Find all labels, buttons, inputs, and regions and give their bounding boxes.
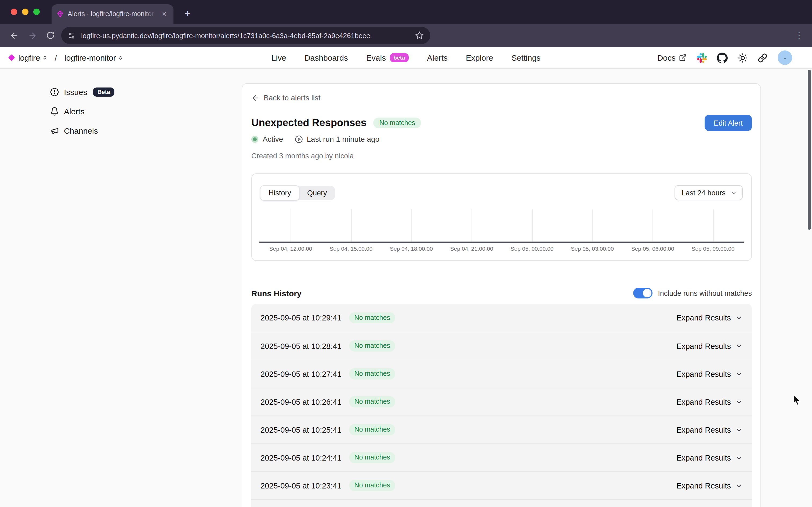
tab-history[interactable]: History xyxy=(260,185,300,201)
run-row: 2025-09-05 at 10:25:41 No matches Expand… xyxy=(251,415,752,443)
created-by-text: Created 3 months ago by nicola xyxy=(251,152,354,160)
sidebar-item-alerts[interactable]: Alerts xyxy=(50,105,114,118)
org-selector[interactable]: logfire xyxy=(18,53,47,62)
nav-item-label: Evals xyxy=(366,53,386,62)
expand-results-button[interactable]: Expand Results xyxy=(676,397,743,406)
run-timestamp: 2025-09-05 at 10:25:41 xyxy=(261,426,341,434)
edit-alert-button[interactable]: Edit Alert xyxy=(705,115,752,131)
nav-item-label: Live xyxy=(271,53,286,62)
close-window-button[interactable] xyxy=(11,9,17,15)
zoom-window-button[interactable] xyxy=(33,9,40,15)
time-range-select[interactable]: Last 24 hours xyxy=(674,185,743,200)
include-runs-toggle[interactable] xyxy=(633,288,652,298)
expand-results-button[interactable]: Expand Results xyxy=(676,314,743,322)
sidebar-item-issues[interactable]: Issues Beta xyxy=(50,86,114,98)
alert-status-row: Active Last run 1 minute ago xyxy=(251,135,379,143)
nav-item-evals[interactable]: Evalsbeta xyxy=(366,53,409,62)
expand-results-label: Expand Results xyxy=(676,370,731,378)
chart-x-tick-label: Sep 04, 15:00:00 xyxy=(329,245,372,252)
slack-icon[interactable] xyxy=(697,53,707,62)
run-status-badge: No matches xyxy=(349,396,395,407)
run-status-badge: No matches xyxy=(349,369,395,380)
nav-item-label: Alerts xyxy=(427,53,448,62)
run-status-badge: No matches xyxy=(349,313,395,324)
docs-link[interactable]: Docs xyxy=(657,53,687,62)
chart-gridline xyxy=(532,209,533,241)
last-run-label: Last run 1 minute ago xyxy=(307,135,379,143)
runs-history-title: Runs History xyxy=(251,288,302,298)
run-timestamp: 2025-09-05 at 10:28:41 xyxy=(261,342,341,350)
alert-title-row: Unexpected Responses No matches xyxy=(251,117,421,129)
tab-query[interactable]: Query xyxy=(299,186,335,200)
new-tab-button[interactable]: + xyxy=(180,7,195,21)
forward-arrow-icon xyxy=(28,31,37,40)
project-selector[interactable]: logfire-monitor xyxy=(64,53,123,62)
tab-strip: Alerts · logfire/logfire-monitor ✕ + xyxy=(0,0,812,23)
user-avatar[interactable]: - xyxy=(778,50,792,65)
sidebar-item-label: Issues xyxy=(64,87,87,96)
browser-chrome: Alerts · logfire/logfire-monitor ✕ + log… xyxy=(0,0,812,47)
chevrons-up-down-icon xyxy=(42,55,47,61)
run-status-badge: No matches xyxy=(349,341,395,352)
sidebar: Issues Beta Alerts Channels xyxy=(50,86,114,137)
chart-gridline xyxy=(653,209,653,241)
minimize-window-button[interactable] xyxy=(22,9,29,15)
chevron-down-icon xyxy=(735,426,743,434)
app-navbar: logfire / logfire-monitor LiveDashboards… xyxy=(0,47,812,69)
back-arrow-icon xyxy=(9,31,18,40)
expand-results-label: Expand Results xyxy=(676,397,731,406)
github-icon[interactable] xyxy=(717,52,728,63)
play-circle-icon xyxy=(295,135,303,143)
chart-gridline xyxy=(713,209,713,241)
chevron-down-icon xyxy=(735,314,743,322)
forward-button[interactable] xyxy=(25,28,40,43)
run-row: 2025-09-05 at 10:29:41 No matches Expand… xyxy=(251,304,752,332)
page-scrollbar[interactable] xyxy=(808,70,811,230)
expand-results-button[interactable]: Expand Results xyxy=(676,342,743,350)
nav-item-label: Explore xyxy=(466,53,493,62)
bookmark-star-icon[interactable] xyxy=(415,31,424,40)
nav-item-settings[interactable]: Settings xyxy=(511,53,541,62)
expand-results-button[interactable]: Expand Results xyxy=(676,481,743,490)
expand-results-label: Expand Results xyxy=(676,342,731,350)
expand-results-label: Expand Results xyxy=(676,426,731,434)
toggle-knob xyxy=(643,289,651,297)
run-row: 2025-09-05 at 10:26:41 No matches Expand… xyxy=(251,388,752,415)
expand-results-label: Expand Results xyxy=(676,453,731,462)
back-to-alerts-link[interactable]: Back to alerts list xyxy=(251,94,321,102)
navbar-actions: Docs - xyxy=(657,50,812,65)
reload-button[interactable] xyxy=(43,28,58,43)
chart-x-tick-label: Sep 05, 00:00:00 xyxy=(510,245,553,252)
share-link-icon[interactable] xyxy=(758,53,767,62)
back-button[interactable] xyxy=(6,28,21,43)
expand-results-button[interactable]: Expand Results xyxy=(676,370,743,378)
external-link-icon xyxy=(679,54,687,62)
breadcrumb: logfire / logfire-monitor xyxy=(0,53,123,62)
run-row: 2025-09-05 at 10:27:41 No matches Expand… xyxy=(251,360,752,388)
expand-results-button[interactable]: Expand Results xyxy=(676,453,743,462)
expand-results-button[interactable]: Expand Results xyxy=(676,426,743,434)
sidebar-item-channels[interactable]: Channels xyxy=(50,124,114,137)
nav-item-live[interactable]: Live xyxy=(271,53,286,62)
nav-item-alerts[interactable]: Alerts xyxy=(427,53,448,62)
tab-close-icon[interactable]: ✕ xyxy=(160,10,169,18)
run-status-badge: No matches xyxy=(349,424,395,435)
chart-gridline xyxy=(291,209,291,241)
browser-tab[interactable]: Alerts · logfire/logfire-monitor ✕ xyxy=(52,4,173,23)
browser-menu-icon[interactable]: ⋮ xyxy=(793,31,806,40)
site-settings-icon[interactable] xyxy=(68,32,76,40)
active-label: Active xyxy=(263,135,283,143)
run-timestamp: 2025-09-05 at 10:26:41 xyxy=(261,397,341,406)
badge-alert-icon xyxy=(50,87,59,96)
nav-item-explore[interactable]: Explore xyxy=(466,53,493,62)
megaphone-icon xyxy=(50,126,59,135)
nav-item-dashboards[interactable]: Dashboards xyxy=(305,53,348,62)
url-text[interactable]: logfire-us.pydantic.dev/logfire/logfire-… xyxy=(81,32,410,40)
chart-gridline xyxy=(592,209,593,241)
theme-sun-icon[interactable] xyxy=(738,53,748,62)
address-bar[interactable]: logfire-us.pydantic.dev/logfire/logfire-… xyxy=(61,27,430,44)
chart-gridline xyxy=(351,209,351,241)
org-name: logfire xyxy=(18,53,40,62)
run-row: 2025-09-05 at 10:24:41 No matches Expand… xyxy=(251,443,752,471)
page-title: Unexpected Responses xyxy=(251,117,367,129)
